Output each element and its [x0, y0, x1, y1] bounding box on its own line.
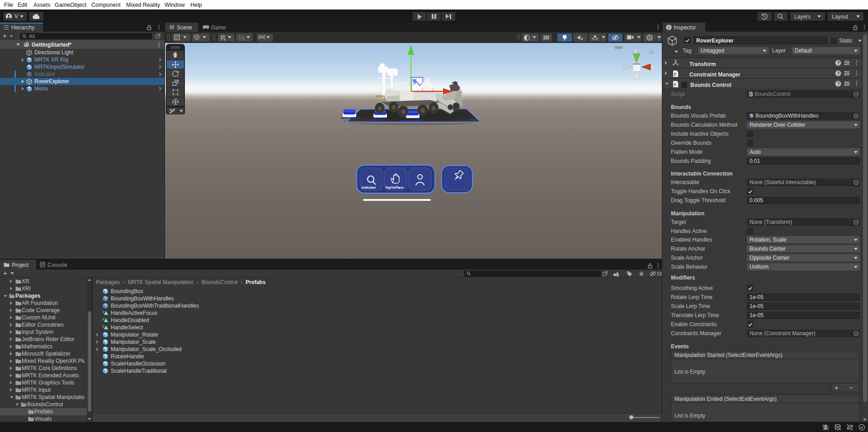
svg-text:Indicator: Indicator [362, 185, 376, 190]
svg-text:#: # [674, 71, 676, 76]
svg-text:?: ? [837, 61, 840, 66]
svg-text:#: # [674, 82, 676, 87]
svg-text:Y: Y [223, 37, 226, 41]
svg-text:x: x [652, 64, 655, 70]
svg-text:?: ? [837, 81, 840, 86]
svg-text:y: y [634, 47, 637, 53]
svg-text:?: ? [837, 71, 840, 76]
svg-text:TapToPlace: TapToPlace [385, 185, 404, 190]
